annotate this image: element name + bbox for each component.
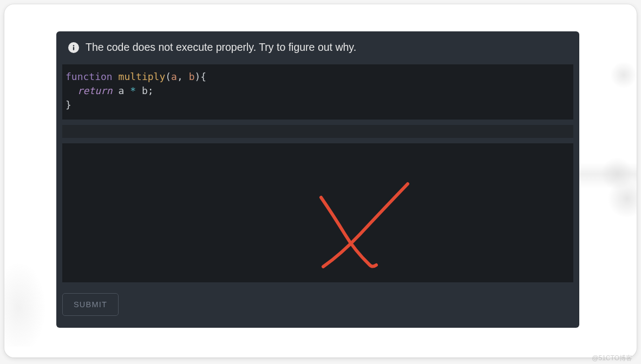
action-row: SUBMIT [56, 282, 579, 328]
output-area[interactable] [62, 143, 573, 282]
decorative-ink-left [4, 249, 53, 347]
code-editor[interactable]: function multiply(a, b){ return a * b; } [62, 64, 573, 120]
window-frame: The code does not execute properly. Try … [4, 4, 637, 358]
submit-button[interactable]: SUBMIT [62, 293, 119, 316]
svg-point-0 [73, 45, 75, 47]
svg-rect-1 [73, 47, 74, 50]
annotation-x-mark [300, 181, 425, 273]
info-icon [68, 42, 79, 53]
challenge-panel: The code does not execute properly. Try … [56, 31, 579, 328]
decorative-ink-right [572, 4, 637, 358]
instruction-text: The code does not execute properly. Try … [86, 41, 356, 54]
watermark: @51CTO博客 [592, 354, 632, 363]
instruction-bar: The code does not execute properly. Try … [56, 31, 579, 61]
editor-separator [62, 125, 573, 138]
